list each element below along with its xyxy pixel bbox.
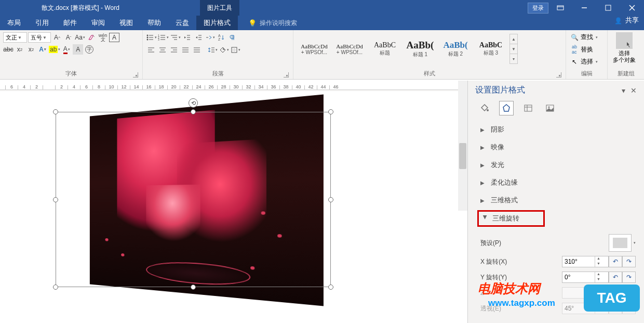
tab-view[interactable]: 视图 [112, 16, 140, 30]
superscript-button[interactable]: x2 [26, 44, 36, 55]
shrink-font-button[interactable]: Aˇ [63, 32, 74, 43]
share-button[interactable]: 共享 [614, 16, 639, 25]
tab-cloud[interactable]: 云盘 [168, 16, 196, 30]
resize-handle-bm[interactable] [191, 285, 196, 290]
y-rotate-right-button[interactable]: ↷ [622, 272, 636, 283]
maximize-icon[interactable] [596, 0, 620, 16]
resize-handle-tm[interactable] [191, 109, 196, 114]
strikethrough-button[interactable]: abc [3, 44, 14, 55]
style-item-heading2[interactable]: AaBb(标题 2 [438, 34, 473, 64]
tab-layout[interactable]: 布局 [0, 16, 28, 30]
increase-indent-button[interactable] [193, 32, 204, 43]
persp-wide-button[interactable]: ↗ [622, 303, 636, 314]
pane-body[interactable]: ▶阴影 ▶映像 ▶发光 ▶柔化边缘 ▶三维格式 ▶三维旋转 预设(P) ▾ X … [468, 121, 644, 316]
align-center-button[interactable] [157, 45, 168, 55]
selected-image[interactable]: ⟲ [56, 112, 331, 287]
borders-button[interactable]: ▾ [230, 45, 240, 55]
distribute-button[interactable] [192, 45, 202, 55]
ribbon-display-icon[interactable] [548, 0, 572, 16]
style-item-normal[interactable]: AaBbCcDd+ WPSOf... [297, 34, 332, 64]
multilevel-list-button[interactable]: ▾ [170, 32, 181, 43]
numbering-button[interactable]: 123▾ [158, 32, 169, 43]
x-rotate-right-button[interactable]: ↷ [622, 256, 636, 267]
character-border-button[interactable]: A [109, 33, 119, 42]
pane-tab-fill-icon[interactable] [477, 101, 492, 115]
minimize-icon[interactable] [572, 0, 596, 16]
style-item-title[interactable]: AaBbC标题 [367, 34, 403, 64]
z-rotation-input[interactable]: ▲▼ [562, 287, 609, 299]
resize-handle-tl[interactable] [53, 109, 58, 114]
enclose-characters-button[interactable]: 字 [84, 44, 95, 55]
font-size-combo[interactable]: 五号▼ [28, 32, 51, 43]
replace-button[interactable]: abac替换 [569, 44, 604, 55]
align-right-button[interactable] [169, 45, 179, 55]
pane-tab-effects-icon[interactable] [499, 101, 514, 115]
resize-handle-br[interactable] [328, 285, 333, 290]
resize-handle-bl[interactable] [53, 285, 58, 290]
change-case-button[interactable]: Aa▾ [75, 32, 85, 43]
login-button[interactable]: 登录 [528, 3, 548, 14]
y-rotation-input[interactable]: ▲▼ [562, 272, 609, 283]
tab-help[interactable]: 帮助 [140, 16, 168, 30]
tab-picture-format[interactable]: 图片格式 [196, 16, 238, 30]
z-rotate-left-button[interactable]: ↶ [609, 287, 622, 299]
character-shading-button[interactable]: A [73, 44, 83, 55]
z-rotate-right-button[interactable]: ↷ [622, 287, 636, 299]
close-icon[interactable] [620, 0, 644, 16]
highlight-button[interactable]: ab▾ [49, 44, 60, 55]
style-item-normal2[interactable]: AaBbCcDd+ WPSOf... [332, 34, 367, 64]
resize-handle-ml[interactable] [53, 197, 58, 202]
justify-button[interactable] [180, 45, 191, 55]
section-reflection[interactable]: ▶映像 [480, 138, 636, 156]
text-effects-button[interactable]: A▾ [37, 44, 48, 55]
align-left-button[interactable] [146, 45, 156, 55]
x-rotation-input[interactable]: ▲▼ [562, 256, 609, 267]
tell-me-search[interactable]: 操作说明搜索 [248, 16, 297, 30]
rotate-handle[interactable]: ⟲ [189, 98, 198, 108]
chevron-down-icon[interactable]: ▾ [634, 241, 636, 245]
pane-options-icon[interactable]: ▾ [622, 86, 625, 95]
document-area[interactable]: ⟲ [0, 91, 467, 323]
resize-handle-mr[interactable] [328, 197, 333, 202]
scrollbar-thumb[interactable] [459, 143, 466, 169]
subscript-button[interactable]: x2 [15, 44, 25, 55]
paragraph-dialog-launcher[interactable] [284, 72, 289, 77]
persp-narrow-button[interactable]: ↙ [609, 303, 622, 314]
select-multiple-button[interactable]: 选择多个对象 [613, 50, 636, 63]
x-rotate-left-button[interactable]: ↶ [609, 256, 622, 267]
tab-review[interactable]: 审阅 [84, 16, 112, 30]
y-rotate-left-button[interactable]: ↶ [609, 272, 622, 283]
section-3d-rotation[interactable]: ▶三维旋转 [482, 214, 540, 223]
style-item-heading1[interactable]: AaBb(标题 1 [403, 34, 438, 64]
clear-formatting-button[interactable] [86, 32, 97, 43]
styles-dialog-launcher[interactable] [556, 72, 561, 77]
font-name-combo[interactable]: 文正▼ [3, 32, 27, 43]
tab-references[interactable]: 引用 [28, 16, 56, 30]
preset-dropdown[interactable] [609, 234, 632, 252]
gallery-scroll[interactable]: ▲▼▾ [509, 34, 518, 64]
tab-mailings[interactable]: 邮件 [56, 16, 84, 30]
shading-button[interactable]: ▾ [219, 45, 229, 55]
decrease-indent-button[interactable] [182, 32, 192, 43]
asian-layout-button[interactable]: ▾ [205, 32, 215, 43]
sort-button[interactable]: AZ [216, 32, 226, 43]
show-marks-button[interactable] [227, 32, 238, 43]
pane-tab-picture-icon[interactable] [543, 101, 557, 115]
line-spacing-button[interactable]: ▾ [207, 45, 218, 55]
style-item-heading3[interactable]: AaBbC标题 3 [473, 34, 508, 64]
section-3d-format[interactable]: ▶三维格式 [480, 191, 636, 209]
pane-tab-layout-icon[interactable] [521, 101, 535, 115]
phonetic-guide-button[interactable]: wén文 [98, 32, 108, 43]
font-dialog-launcher[interactable] [133, 72, 138, 77]
select-button[interactable]: ↖选择▾ [569, 57, 604, 67]
section-shadow[interactable]: ▶阴影 [480, 121, 636, 138]
font-color-button[interactable]: A▾ [61, 44, 72, 55]
perspective-input[interactable]: ▲▼ [562, 303, 609, 314]
styles-gallery[interactable]: AaBbCcDd+ WPSOf... AaBbCcDd+ WPSOf... Aa… [297, 32, 562, 66]
vertical-scrollbar[interactable] [458, 81, 467, 211]
find-button[interactable]: 🔍查找▾ [569, 32, 604, 42]
select-multiple-icon[interactable] [616, 32, 633, 49]
resize-handle-tr[interactable] [328, 109, 333, 114]
pane-close-icon[interactable]: ✕ [630, 86, 637, 95]
bullets-button[interactable]: ▾ [146, 32, 157, 43]
